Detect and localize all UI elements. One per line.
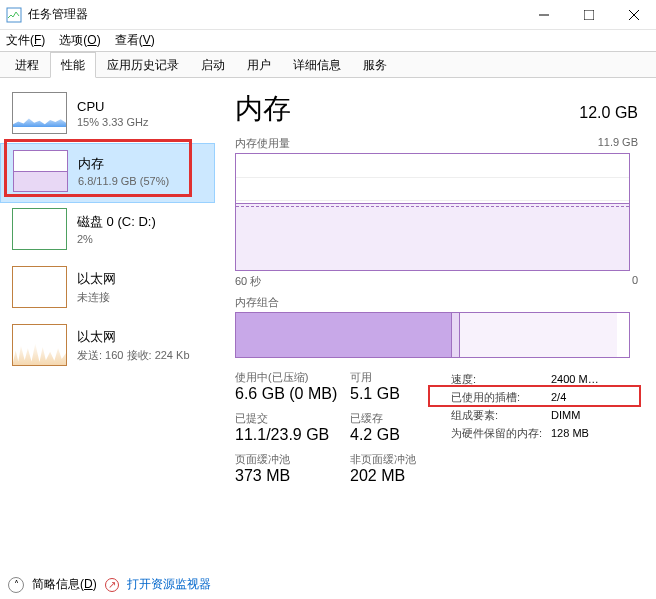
slots-label: 已使用的插槽: [451, 388, 551, 406]
available-label: 可用 [350, 370, 445, 385]
tabs: 进程 性能 应用历史记录 启动 用户 详细信息 服务 [0, 52, 656, 78]
content: CPU15% 3.33 GHz 内存6.8/11.9 GB (57%) 磁盘 0… [0, 78, 656, 568]
in-use-label: 使用中(已压缩) [235, 370, 350, 385]
sidebar-item-disk0[interactable]: 磁盘 0 (C: D:)2% [0, 202, 215, 260]
ethernet-thumb-icon [12, 324, 67, 366]
composition-label: 内存组合 [235, 295, 638, 310]
memory-composition-chart[interactable] [235, 312, 630, 358]
speed-value: 2400 M… [551, 370, 599, 388]
sidebar-item-ethernet-2[interactable]: 以太网发送: 160 接收: 224 Kb [0, 318, 215, 376]
nonpaged-pool-value: 202 MB [350, 467, 445, 485]
sidebar-item-ethernet-1[interactable]: 以太网未连接 [0, 260, 215, 318]
memory-usage-chart[interactable] [235, 153, 630, 271]
menu-options[interactable]: 选项(O) [59, 32, 100, 49]
sidebar-item-memory[interactable]: 内存6.8/11.9 GB (57%) [0, 143, 215, 203]
in-use-value: 6.6 GB (0 MB) [235, 385, 350, 403]
page-title: 内存 [235, 90, 291, 128]
app-icon [6, 7, 22, 23]
speed-label: 速度: [451, 370, 551, 388]
usage-chart-label: 内存使用量 [235, 136, 290, 151]
chevron-up-icon[interactable]: ˄ [8, 577, 24, 593]
sidebar-item-cpu[interactable]: CPU15% 3.33 GHz [0, 86, 215, 144]
titlebar: 任务管理器 [0, 0, 656, 30]
main-panel: 内存 12.0 GB 内存使用量 11.9 GB 60 秒 0 内存组合 使用中… [215, 78, 656, 568]
menu-view[interactable]: 查看(V) [115, 32, 155, 49]
cached-label: 已缓存 [350, 411, 445, 426]
close-button[interactable] [611, 1, 656, 29]
chart-x-right: 0 [632, 274, 638, 289]
tab-performance[interactable]: 性能 [50, 52, 96, 78]
specs-list: 速度:2400 M… 已使用的插槽:2/4 组成要素:DIMM 为硬件保留的内存… [451, 370, 599, 491]
usage-chart-max: 11.9 GB [598, 136, 638, 151]
memory-thumb-icon [13, 150, 68, 192]
minimize-button[interactable] [521, 1, 566, 29]
svg-rect-2 [584, 10, 594, 20]
sidebar: CPU15% 3.33 GHz 内存6.8/11.9 GB (57%) 磁盘 0… [0, 78, 215, 568]
cached-value: 4.2 GB [350, 426, 445, 444]
window-controls [521, 1, 656, 29]
disk-thumb-icon [12, 208, 67, 250]
slots-value: 2/4 [551, 388, 566, 406]
metrics-grid: 使用中(已压缩)6.6 GB (0 MB) 可用5.1 GB 已提交11.1/2… [235, 370, 445, 491]
resource-monitor-icon: ↗ [105, 578, 119, 592]
maximize-button[interactable] [566, 1, 611, 29]
hw-reserved-label: 为硬件保留的内存: [451, 424, 551, 442]
window-title: 任务管理器 [28, 6, 521, 23]
chart-x-left: 60 秒 [235, 274, 261, 289]
tab-services[interactable]: 服务 [352, 52, 398, 77]
tab-users[interactable]: 用户 [236, 52, 282, 77]
tab-details[interactable]: 详细信息 [282, 52, 352, 77]
fewer-details-link[interactable]: 简略信息(D) [32, 576, 97, 593]
open-resource-monitor-link[interactable]: 打开资源监视器 [127, 576, 211, 593]
form-factor-value: DIMM [551, 406, 580, 424]
paged-pool-label: 页面缓冲池 [235, 452, 350, 467]
menu-file[interactable]: 文件(F) [6, 32, 45, 49]
committed-value: 11.1/23.9 GB [235, 426, 350, 444]
available-value: 5.1 GB [350, 385, 445, 403]
cpu-thumb-icon [12, 92, 67, 134]
nonpaged-pool-label: 非页面缓冲池 [350, 452, 445, 467]
footer: ˄ 简略信息(D) ↗ 打开资源监视器 [8, 576, 211, 593]
committed-label: 已提交 [235, 411, 350, 426]
hw-reserved-value: 128 MB [551, 424, 589, 442]
tab-processes[interactable]: 进程 [4, 52, 50, 77]
form-factor-label: 组成要素: [451, 406, 551, 424]
paged-pool-value: 373 MB [235, 467, 350, 485]
tab-startup[interactable]: 启动 [190, 52, 236, 77]
memory-total: 12.0 GB [579, 104, 638, 122]
tab-app-history[interactable]: 应用历史记录 [96, 52, 190, 77]
menubar: 文件(F) 选项(O) 查看(V) [0, 30, 656, 52]
ethernet-thumb-icon [12, 266, 67, 308]
